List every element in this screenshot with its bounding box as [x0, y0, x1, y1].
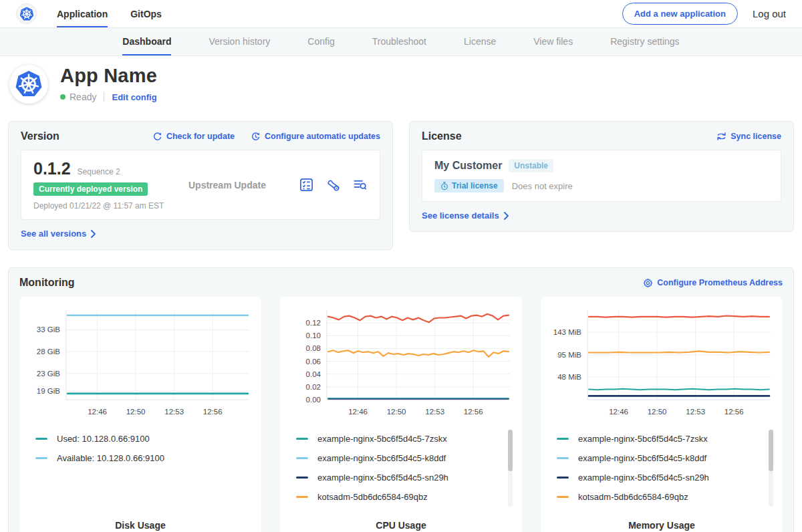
- legend-scrollbar-thumb[interactable]: [769, 430, 773, 471]
- app-subnav: DashboardVersion historyConfigTroublesho…: [0, 28, 802, 56]
- currently-deployed-badge: Currently deployed version: [33, 182, 148, 196]
- see-license-details-link[interactable]: See license details: [422, 211, 781, 221]
- version-card: Version Check for update: [8, 121, 393, 250]
- topnav-tab-application[interactable]: Application: [57, 0, 108, 27]
- cpu-usage-title: CPU Usage: [288, 520, 514, 531]
- legend-label: kotsadm-5db6dc6584-69qbz: [578, 492, 688, 502]
- disk-usage-plot: 12:4612:5012:5312:5633 GiB28 GiB23 GiB19…: [27, 305, 253, 424]
- sync-icon: [716, 132, 726, 141]
- check-for-update-link[interactable]: Check for update: [152, 132, 235, 142]
- preflight-checks-icon[interactable]: [299, 177, 314, 192]
- topnav-tab-gitops[interactable]: GitOps: [130, 0, 162, 27]
- license-card-title: License: [422, 130, 462, 142]
- legend-swatch: [296, 438, 308, 440]
- add-new-application-button[interactable]: Add a new application: [622, 3, 738, 25]
- version-number: 0.1.2: [33, 159, 71, 178]
- svg-text:0.02: 0.02: [306, 383, 321, 391]
- legend-item: example-nginx-5bc6f5d4c5-7zskx: [557, 429, 763, 448]
- subnav-item-license[interactable]: License: [464, 28, 496, 55]
- auto-update-clock-icon: [251, 132, 261, 142]
- deployed-timestamp: Deployed 01/21/22 @ 11:57 am EST: [33, 201, 188, 211]
- app-header: App Name Ready Edit config: [0, 56, 802, 115]
- edit-config-link[interactable]: Edit config: [112, 92, 156, 102]
- status-text: Ready: [70, 92, 96, 102]
- configure-prometheus-link[interactable]: Configure Prometheus Address: [643, 278, 783, 288]
- configure-automatic-updates-link[interactable]: Configure automatic updates: [251, 132, 380, 142]
- legend-item: Used: 10.128.0.66:9100: [35, 429, 241, 448]
- svg-text:12:56: 12:56: [724, 408, 744, 416]
- svg-text:95 MiB: 95 MiB: [557, 351, 581, 359]
- disk-usage-legend: Used: 10.128.0.66:9100Available: 10.128.…: [27, 428, 253, 511]
- config-wrench-icon[interactable]: [325, 177, 341, 192]
- monitoring-title: Monitoring: [19, 277, 75, 289]
- legend-item: example-nginx-5bc6f5d4c5-k8ddf: [557, 448, 763, 468]
- svg-text:12:46: 12:46: [348, 408, 368, 416]
- legend-label: example-nginx-5bc6f5d4c5-k8ddf: [317, 453, 446, 463]
- legend-swatch: [557, 457, 569, 459]
- memory-usage-legend: example-nginx-5bc6f5d4c5-7zskxexample-ng…: [549, 428, 775, 511]
- legend-scrollbar-thumb[interactable]: [508, 430, 513, 471]
- license-expiry: Does not expire: [512, 181, 573, 191]
- legend-item: example-nginx-5bc6f5d4c5-sn29h: [557, 468, 763, 487]
- legend-swatch: [557, 477, 569, 479]
- legend-item: example-nginx-5bc6f5d4c5-7zskx: [296, 429, 502, 448]
- svg-text:12:56: 12:56: [464, 408, 483, 416]
- gear-icon: [643, 278, 653, 288]
- subnav-item-config[interactable]: Config: [307, 28, 334, 55]
- license-card: License Sync license My Customer Unstabl…: [409, 121, 794, 232]
- subnav-item-view-files[interactable]: View files: [533, 28, 573, 55]
- legend-item: example-nginx-5bc6f5d4c5-k8ddf: [296, 448, 502, 468]
- svg-text:0.08: 0.08: [306, 344, 321, 352]
- chevron-right-icon: [90, 230, 96, 238]
- legend-label: example-nginx-5bc6f5d4c5-sn29h: [578, 473, 709, 483]
- legend-label: Used: 10.128.0.66:9100: [57, 434, 150, 444]
- sync-license-link[interactable]: Sync license: [716, 132, 781, 141]
- customer-name: My Customer: [434, 160, 502, 172]
- legend-item: Available: 10.128.0.66:9100: [35, 448, 241, 468]
- svg-text:12:50: 12:50: [648, 408, 667, 416]
- logout-link[interactable]: Log out: [753, 8, 786, 19]
- divider: [104, 92, 104, 102]
- svg-text:0.06: 0.06: [306, 358, 321, 366]
- legend-swatch: [35, 438, 47, 440]
- svg-text:12:56: 12:56: [203, 408, 223, 416]
- svg-text:0.04: 0.04: [306, 370, 321, 378]
- svg-text:33 GiB: 33 GiB: [37, 325, 60, 334]
- subnav-item-registry-settings[interactable]: Registry settings: [610, 28, 679, 55]
- legend-scrollbar-track[interactable]: [769, 429, 773, 507]
- subnav-item-troubleshoot[interactable]: Troubleshoot: [372, 28, 426, 55]
- svg-text:48 MiB: 48 MiB: [557, 373, 581, 381]
- svg-text:0.10: 0.10: [306, 331, 321, 340]
- svg-text:12:50: 12:50: [126, 408, 146, 416]
- status-dot: [60, 94, 65, 100]
- kubernetes-app-icon: [15, 70, 43, 98]
- app-brand[interactable]: [16, 0, 37, 27]
- monitoring-panel: Monitoring Configure Prometheus Address …: [8, 267, 794, 532]
- main-content: Version Check for update: [0, 115, 802, 532]
- svg-text:12:53: 12:53: [425, 408, 444, 416]
- subnav-item-dashboard[interactable]: Dashboard: [122, 28, 171, 55]
- see-all-versions-link[interactable]: See all versions: [21, 229, 380, 239]
- legend-scrollbar-track[interactable]: [508, 429, 513, 507]
- sequence-label: Sequence 2: [78, 167, 120, 176]
- svg-text:0.12: 0.12: [306, 319, 321, 327]
- refresh-icon: [152, 132, 162, 142]
- legend-swatch: [296, 496, 308, 498]
- svg-text:143 MiB: 143 MiB: [553, 328, 582, 336]
- legend-label: Available: 10.128.0.66:9100: [57, 453, 164, 463]
- legend-label: example-nginx-5bc6f5d4c5-k8ddf: [578, 453, 706, 463]
- view-logs-icon[interactable]: [352, 177, 368, 192]
- svg-text:12:50: 12:50: [387, 408, 406, 416]
- subnav-item-version-history[interactable]: Version history: [209, 28, 270, 55]
- version-card-title: Version: [21, 130, 59, 142]
- legend-label: example-nginx-5bc6f5d4c5-sn29h: [317, 473, 448, 483]
- svg-text:12:46: 12:46: [88, 408, 107, 416]
- svg-text:12:53: 12:53: [686, 408, 705, 416]
- svg-text:19 GiB: 19 GiB: [37, 387, 60, 395]
- svg-text:28 GiB: 28 GiB: [37, 348, 60, 356]
- cpu-usage-chart-card: 12:4612:5012:5312:560.120.100.080.060.04…: [280, 297, 522, 532]
- chevron-right-icon: [503, 212, 509, 220]
- charts-row: 12:4612:5012:5312:5633 GiB28 GiB23 GiB19…: [19, 297, 783, 532]
- cpu-usage-plot: 12:4612:5012:5312:560.120.100.080.060.04…: [288, 305, 514, 424]
- stopwatch-icon: [440, 182, 448, 190]
